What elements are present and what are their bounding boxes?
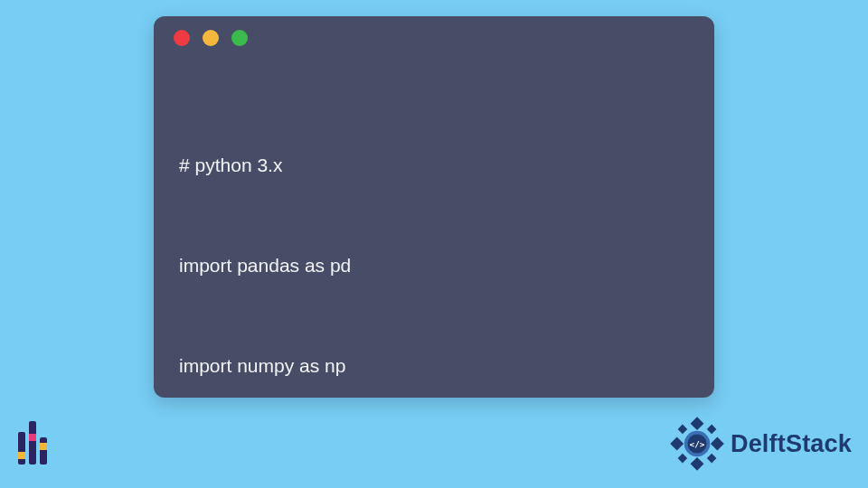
code-line: import numpy as np <box>179 349 689 382</box>
svg-marker-0 <box>691 417 704 430</box>
brand-name: DelftStack <box>731 430 852 458</box>
svg-marker-6 <box>678 454 688 464</box>
brand-logo: </> DelftStack <box>669 416 852 472</box>
close-icon[interactable] <box>174 30 190 46</box>
window-titlebar <box>154 16 714 60</box>
code-window: # python 3.x import pandas as pd import … <box>154 16 714 398</box>
code-line: # python 3.x <box>179 148 689 182</box>
code-line: import pandas as pd <box>179 249 689 282</box>
svg-marker-1 <box>691 457 704 471</box>
svg-marker-5 <box>707 425 717 435</box>
svg-marker-2 <box>670 437 684 451</box>
svg-marker-4 <box>678 425 688 435</box>
svg-marker-7 <box>707 454 717 464</box>
svg-text:</>: </> <box>690 439 705 449</box>
maximize-icon[interactable] <box>231 30 248 46</box>
decorative-bars-icon <box>18 421 47 465</box>
svg-marker-3 <box>711 437 724 451</box>
delftstack-emblem-icon: </> <box>669 416 725 472</box>
code-block: # python 3.x import pandas as pd import … <box>154 60 714 398</box>
minimize-icon[interactable] <box>203 30 219 46</box>
